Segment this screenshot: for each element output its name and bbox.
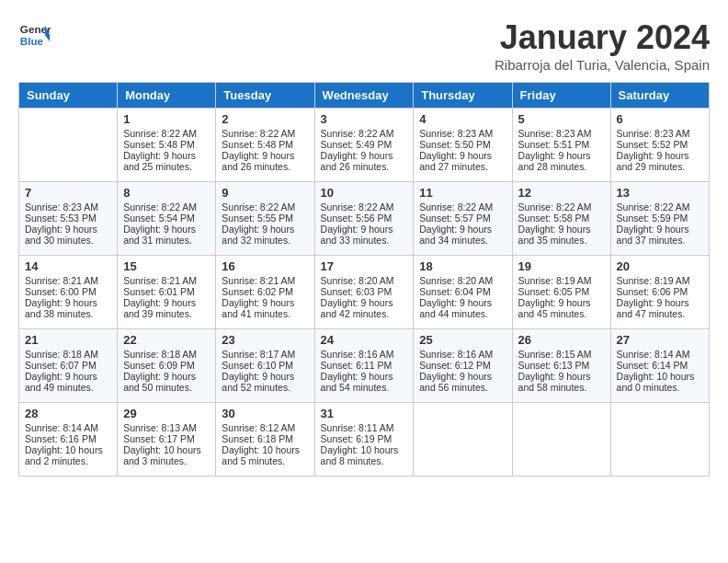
sunrise-text: Sunrise: 8:22 AM xyxy=(321,201,394,213)
calendar-day-cell: 20Sunrise: 8:19 AMSunset: 6:06 PMDayligh… xyxy=(610,256,709,329)
calendar-day-cell: 16Sunrise: 8:21 AMSunset: 6:02 PMDayligh… xyxy=(216,256,314,329)
daylight-text: Daylight: 10 hours and 8 minutes. xyxy=(321,444,399,466)
calendar-day-cell: 17Sunrise: 8:20 AMSunset: 6:03 PMDayligh… xyxy=(314,256,414,329)
daylight-text: Daylight: 9 hours and 52 minutes. xyxy=(222,371,294,393)
logo-icon: General Blue xyxy=(18,18,51,52)
sunset-text: Sunset: 5:56 PM xyxy=(321,213,392,224)
daylight-text: Daylight: 9 hours and 38 minutes. xyxy=(25,297,97,319)
calendar-day-cell: 6Sunrise: 8:23 AMSunset: 5:52 PMDaylight… xyxy=(610,109,709,182)
day-number: 12 xyxy=(518,186,605,200)
sunrise-text: Sunrise: 8:18 AM xyxy=(123,349,197,360)
day-number: 30 xyxy=(222,407,308,420)
calendar-day-cell: 13Sunrise: 8:22 AMSunset: 5:59 PMDayligh… xyxy=(610,182,709,256)
calendar-day-cell: 1Sunrise: 8:22 AMSunset: 5:48 PMDaylight… xyxy=(118,109,216,182)
daylight-text: Daylight: 9 hours and 33 minutes. xyxy=(321,224,393,246)
day-number: 29 xyxy=(123,407,210,420)
daylight-text: Daylight: 9 hours and 27 minutes. xyxy=(419,150,492,172)
day-number: 21 xyxy=(25,333,111,347)
sunrise-text: Sunrise: 8:16 AM xyxy=(321,349,394,360)
sunset-text: Sunset: 6:11 PM xyxy=(321,360,392,371)
calendar-day-cell xyxy=(19,109,118,182)
weekday-header-row: SundayMondayTuesdayWednesdayThursdayFrid… xyxy=(19,83,710,109)
sunset-text: Sunset: 6:14 PM xyxy=(617,360,688,371)
day-number: 1 xyxy=(123,112,210,126)
day-number: 10 xyxy=(321,186,408,200)
daylight-text: Daylight: 9 hours and 39 minutes. xyxy=(123,297,196,319)
sunset-text: Sunset: 5:48 PM xyxy=(123,139,195,150)
calendar-week-row: 7Sunrise: 8:23 AMSunset: 5:53 PMDaylight… xyxy=(19,182,710,256)
daylight-text: Daylight: 9 hours and 41 minutes. xyxy=(222,297,294,319)
calendar-day-cell: 29Sunrise: 8:13 AMSunset: 6:17 PMDayligh… xyxy=(118,403,216,477)
weekday-header-cell: Thursday xyxy=(414,83,512,109)
logo: General Blue xyxy=(18,18,55,52)
sunrise-text: Sunrise: 8:22 AM xyxy=(222,128,295,139)
day-number: 5 xyxy=(518,112,605,126)
day-number: 15 xyxy=(123,259,210,273)
day-number: 20 xyxy=(617,259,703,273)
daylight-text: Daylight: 10 hours and 2 minutes. xyxy=(25,444,103,466)
daylight-text: Daylight: 9 hours and 26 minutes. xyxy=(321,150,393,172)
calendar-day-cell: 21Sunrise: 8:18 AMSunset: 6:07 PMDayligh… xyxy=(19,329,118,403)
sunset-text: Sunset: 6:10 PM xyxy=(222,360,293,371)
calendar-day-cell: 2Sunrise: 8:22 AMSunset: 5:48 PMDaylight… xyxy=(216,109,314,182)
day-number: 4 xyxy=(419,112,506,126)
sunset-text: Sunset: 5:59 PM xyxy=(617,213,688,224)
daylight-text: Daylight: 9 hours and 45 minutes. xyxy=(518,297,591,319)
weekday-header-cell: Sunday xyxy=(19,83,118,109)
calendar-day-cell: 10Sunrise: 8:22 AMSunset: 5:56 PMDayligh… xyxy=(314,182,414,256)
calendar-day-cell: 25Sunrise: 8:16 AMSunset: 6:12 PMDayligh… xyxy=(414,329,512,403)
calendar-body: 1Sunrise: 8:22 AMSunset: 5:48 PMDaylight… xyxy=(19,109,710,477)
sunset-text: Sunset: 5:54 PM xyxy=(123,213,195,224)
calendar-table: SundayMondayTuesdayWednesdayThursdayFrid… xyxy=(18,82,710,477)
sunrise-text: Sunrise: 8:19 AM xyxy=(518,275,592,286)
sunset-text: Sunset: 5:57 PM xyxy=(419,213,491,224)
day-number: 6 xyxy=(617,112,703,126)
sunset-text: Sunset: 5:58 PM xyxy=(518,213,590,224)
daylight-text: Daylight: 9 hours and 42 minutes. xyxy=(321,297,393,319)
sunrise-text: Sunrise: 8:14 AM xyxy=(617,349,690,360)
weekday-header-cell: Tuesday xyxy=(216,83,314,109)
calendar-day-cell xyxy=(414,403,512,477)
calendar-day-cell: 26Sunrise: 8:15 AMSunset: 6:13 PMDayligh… xyxy=(512,329,610,403)
day-number: 3 xyxy=(321,112,408,126)
sunrise-text: Sunrise: 8:21 AM xyxy=(123,275,197,286)
sunrise-text: Sunrise: 8:14 AM xyxy=(25,422,98,433)
day-number: 7 xyxy=(25,186,111,200)
daylight-text: Daylight: 9 hours and 35 minutes. xyxy=(518,224,591,246)
sunset-text: Sunset: 6:02 PM xyxy=(222,286,293,297)
day-number: 27 xyxy=(617,333,703,347)
calendar-week-row: 1Sunrise: 8:22 AMSunset: 5:48 PMDaylight… xyxy=(19,109,710,182)
sunrise-text: Sunrise: 8:11 AM xyxy=(321,422,394,433)
page-header: General Blue January 2024 Ribarroja del … xyxy=(18,18,710,73)
calendar-day-cell: 11Sunrise: 8:22 AMSunset: 5:57 PMDayligh… xyxy=(414,182,512,256)
daylight-text: Daylight: 10 hours and 0 minutes. xyxy=(617,371,695,393)
daylight-text: Daylight: 9 hours and 50 minutes. xyxy=(123,371,196,393)
calendar-day-cell: 30Sunrise: 8:12 AMSunset: 6:18 PMDayligh… xyxy=(216,403,314,477)
sunrise-text: Sunrise: 8:15 AM xyxy=(518,349,592,360)
sunset-text: Sunset: 6:19 PM xyxy=(321,433,392,444)
calendar-week-row: 21Sunrise: 8:18 AMSunset: 6:07 PMDayligh… xyxy=(19,329,710,403)
day-number: 14 xyxy=(25,259,111,273)
calendar-day-cell: 22Sunrise: 8:18 AMSunset: 6:09 PMDayligh… xyxy=(118,329,216,403)
calendar-day-cell: 18Sunrise: 8:20 AMSunset: 6:04 PMDayligh… xyxy=(414,256,512,329)
daylight-text: Daylight: 9 hours and 32 minutes. xyxy=(222,224,294,246)
sunset-text: Sunset: 6:16 PM xyxy=(25,433,97,444)
sunrise-text: Sunrise: 8:18 AM xyxy=(25,349,98,360)
sunrise-text: Sunrise: 8:20 AM xyxy=(321,275,394,286)
calendar-day-cell: 8Sunrise: 8:22 AMSunset: 5:54 PMDaylight… xyxy=(118,182,216,256)
daylight-text: Daylight: 9 hours and 56 minutes. xyxy=(419,371,492,393)
sunrise-text: Sunrise: 8:21 AM xyxy=(25,275,98,286)
sunrise-text: Sunrise: 8:16 AM xyxy=(419,349,493,360)
day-number: 26 xyxy=(518,333,605,347)
sunrise-text: Sunrise: 8:22 AM xyxy=(617,201,690,213)
sunrise-text: Sunrise: 8:22 AM xyxy=(123,201,197,213)
day-number: 8 xyxy=(123,186,210,200)
daylight-text: Daylight: 9 hours and 30 minutes. xyxy=(25,224,97,246)
calendar-day-cell: 27Sunrise: 8:14 AMSunset: 6:14 PMDayligh… xyxy=(610,329,709,403)
sunrise-text: Sunrise: 8:22 AM xyxy=(518,201,592,213)
sunrise-text: Sunrise: 8:12 AM xyxy=(222,422,295,433)
daylight-text: Daylight: 9 hours and 34 minutes. xyxy=(419,224,492,246)
sunrise-text: Sunrise: 8:23 AM xyxy=(617,128,690,139)
daylight-text: Daylight: 9 hours and 37 minutes. xyxy=(617,224,689,246)
sunset-text: Sunset: 5:51 PM xyxy=(518,139,590,150)
